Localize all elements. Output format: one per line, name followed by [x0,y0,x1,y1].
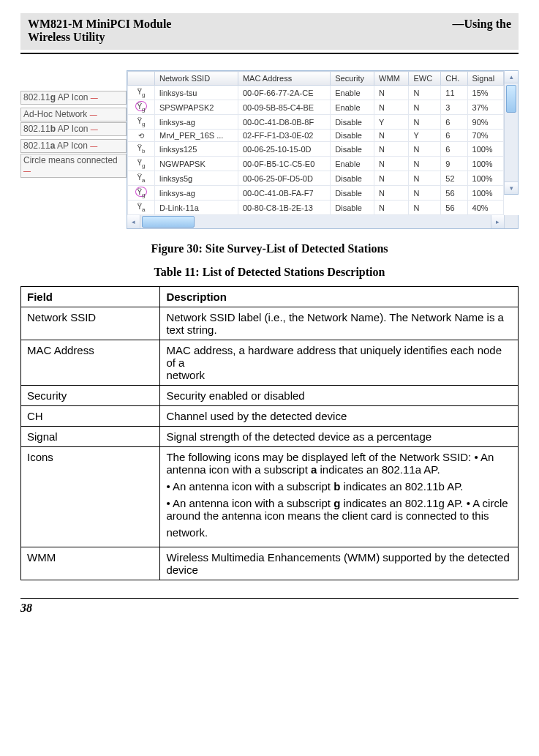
annotation-labels: 802.11g AP Icon —Ad-Hoc Network —802.11b… [20,70,127,181]
cell-ewc: N [409,157,441,171]
annotation-label: Ad-Hoc Network — [20,108,127,121]
scroll-up-arrow-icon[interactable]: ▴ [505,71,518,83]
desc-header-description: Description [160,287,519,307]
stations-table: Network SSIDMAC AddressSecurityWMMEWCCH.… [127,71,504,215]
cell-security: Enable [331,86,374,100]
table-row[interactable]: ⟲Mrvl_PER_16S ...02-FF-F1-D3-0E-02Disabl… [128,130,504,142]
cell-ssid: linksys-ag [155,186,238,201]
table-row[interactable]: Ÿglinksys-tsu00-0F-66-77-2A-CEEnableNN11… [128,86,504,100]
adhoc-icon: ⟲ [128,130,155,142]
table-row[interactable]: ŸgNGWPAPSK00-0F-B5-1C-C5-E0EnableNN9100% [128,157,504,171]
cell-wmm: N [374,100,409,115]
page-header: WM821-M MiniPCI Module Wireless Utility … [20,13,519,50]
table-row[interactable]: Ÿblinksys12500-06-25-10-15-0DDisableNN61… [128,142,504,157]
desc-field: Security [21,386,160,406]
cell-ewc: N [409,86,441,100]
cell-ssid: NGWPAPSK [155,157,238,171]
desc-field: MAC Address [21,340,160,386]
cell-wmm: N [374,186,409,201]
table-row[interactable]: Ÿglinksys-ag00-0C-41-0B-FA-F7DisableNN56… [128,186,504,201]
antenna-g-icon: Ÿg [128,100,155,115]
scroll-right-arrow-icon[interactable]: ▸ [491,215,504,228]
cell-wmm: N [374,142,409,157]
scroll-down-arrow-icon[interactable]: ▾ [505,181,518,194]
cell-mac: 00-0C-41-D8-0B-8F [238,115,330,130]
cell-signal: 100% [467,171,503,186]
cell-wmm: N [374,86,409,100]
cell-ch: 6 [441,130,467,142]
desc-description: Wireless Multimedia Enhancements (WMM) s… [160,547,519,580]
cell-ssid: Mrvl_PER_16S ... [155,130,238,142]
desc-field: Network SSID [21,307,160,340]
column-header[interactable]: CH. [441,72,467,86]
cell-wmm: N [374,171,409,186]
column-header[interactable]: Security [331,72,374,86]
v-scroll-thumb[interactable] [506,85,516,113]
cell-wmm: N [374,130,409,142]
h-scroll-thumb[interactable] [142,216,195,228]
cell-signal: 100% [467,186,503,201]
antenna-g-icon: Ÿg [128,157,155,171]
v-scroll-track[interactable] [505,85,518,181]
cell-ewc: N [409,171,441,186]
cell-ssid: SPSWPAPSK2 [155,100,238,115]
detected-stations-grid: Network SSIDMAC AddressSecurityWMMEWCCH.… [127,70,504,215]
description-table: Field Description Network SSIDNetwork SS… [20,286,519,580]
cell-signal: 37% [467,100,503,115]
table-row[interactable]: Ÿglinksys-ag00-0C-41-D8-0B-8FDisableYN69… [128,115,504,130]
cell-ch: 52 [441,171,467,186]
desc-row: CHChannel used by the detected device [21,406,519,427]
vertical-scrollbar[interactable]: ▴ ▾ [504,70,519,195]
column-header[interactable]: EWC [409,72,441,86]
cell-signal: 90% [467,115,503,130]
site-survey-screenshot: 802.11g AP Icon —Ad-Hoc Network —802.11b… [20,70,519,229]
header-left-line2: Wireless Utility [28,31,105,43]
column-header[interactable]: MAC Address [238,72,330,86]
cell-mac: 00-09-5B-85-C4-BE [238,100,330,115]
antenna-g-icon: Ÿg [128,115,155,130]
cell-security: Disable [331,130,374,142]
h-scroll-track[interactable] [140,215,491,228]
cell-security: Disable [331,142,374,157]
cell-ch: 3 [441,100,467,115]
horizontal-scrollbar[interactable]: ◂ ▸ [127,215,519,229]
table-row[interactable]: ŸaD-Link-11a00-80-C8-1B-2E-13DisableNN56… [128,201,504,215]
desc-description: Channel used by the detected device [160,406,519,427]
cell-mac: 00-0C-41-0B-FA-F7 [238,186,330,201]
table-row[interactable]: ŸgSPSWPAPSK200-09-5B-85-C4-BEEnableNN337… [128,100,504,115]
desc-field: Icons [21,447,160,547]
scroll-left-arrow-icon[interactable]: ◂ [127,215,140,228]
header-rule [20,53,519,54]
cell-signal: 40% [467,201,503,215]
table-caption: Table 11: List of Detected Stations Desc… [20,266,519,279]
cell-ch: 11 [441,86,467,100]
column-header[interactable]: Signal [467,72,503,86]
desc-field: WMM [21,547,160,580]
cell-ch: 6 [441,142,467,157]
column-header[interactable]: Network SSID [155,72,238,86]
desc-row: Network SSIDNetwork SSID label (i.e., th… [21,307,519,340]
desc-row: SignalSignal strength of the detected de… [21,427,519,447]
cell-ssid: linksys125 [155,142,238,157]
stations-body: Ÿglinksys-tsu00-0F-66-77-2A-CEEnableNN11… [128,86,504,215]
cell-wmm: Y [374,115,409,130]
cell-ssid: D-Link-11a [155,201,238,215]
figure-caption: Figure 30: Site Survey-List of Detected … [20,242,519,255]
table-row[interactable]: Ÿalinksys5g00-06-25-0F-D5-0DDisableNN521… [128,171,504,186]
cell-wmm: N [374,201,409,215]
cell-ewc: N [409,201,441,215]
desc-row: IconsThe following icons may be displaye… [21,447,519,547]
desc-header-field: Field [21,287,160,307]
desc-row: SecuritySecurity enabled or disabled [21,386,519,406]
cell-security: Disable [331,171,374,186]
cell-ssid: linksys-tsu [155,86,238,100]
header-right: —Using the [453,18,511,30]
scroll-corner [504,215,518,228]
cell-ewc: N [409,115,441,130]
antenna-g-icon: Ÿg [128,86,155,100]
col-icon[interactable] [128,72,155,86]
column-header[interactable]: WMM [374,72,409,86]
annotation-label: 802.11b AP Icon — [20,122,127,136]
desc-field: Signal [21,427,160,447]
annotation-label: 802.11g AP Icon — [20,91,127,105]
